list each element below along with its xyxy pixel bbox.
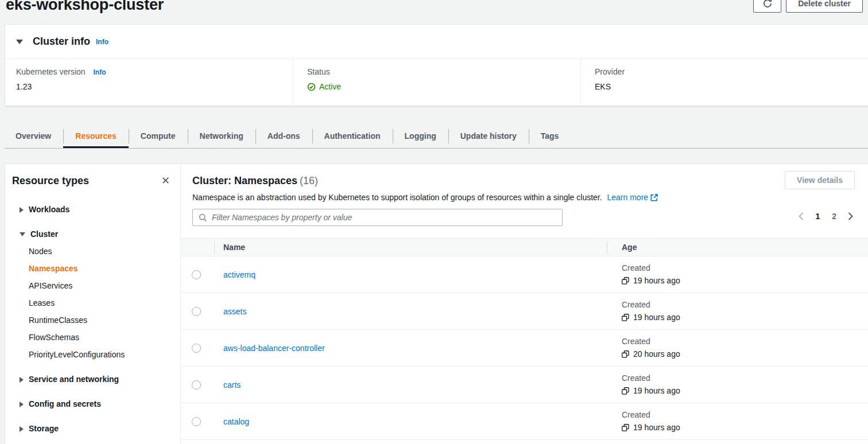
tab-tags[interactable]: Tags [529, 124, 571, 148]
age-value: 20 hours ago [633, 349, 680, 359]
created-label: Created [622, 337, 868, 346]
tab-networking[interactable]: Networking [188, 124, 255, 148]
copy-button[interactable] [622, 350, 629, 358]
view-details-button[interactable]: View details [785, 171, 855, 189]
copy-icon [622, 314, 629, 321]
cluster-info-body: Kubernetes version Info 1.23 Status Acti… [5, 59, 868, 106]
sidebar-group-config-and-secrets[interactable]: Config and secrets [12, 400, 171, 408]
age-value: 19 hours ago [633, 386, 680, 396]
copy-button[interactable] [622, 387, 629, 395]
sidebar-group-storage[interactable]: Storage [12, 424, 171, 433]
age-value: 19 hours ago [633, 276, 680, 286]
delete-cluster-button[interactable]: Delete cluster [786, 0, 863, 13]
pagination: 1 2 [797, 211, 855, 222]
sidebar-item-namespaces[interactable]: Namespaces [12, 264, 171, 273]
provider-field: Provider EKS [580, 59, 868, 106]
status-text: Active [319, 82, 341, 91]
sidebar-item-apiservices[interactable]: APIServices [12, 282, 171, 290]
copy-button[interactable] [622, 277, 629, 285]
close-sidebar-button[interactable] [160, 175, 171, 186]
resource-types-title: Resource types [12, 174, 89, 187]
collapse-caret-icon[interactable] [16, 40, 23, 44]
next-page-button[interactable] [846, 211, 855, 222]
table-header: Name Age [181, 238, 868, 256]
learn-more-link[interactable]: Learn more [607, 193, 658, 202]
namespaces-heading: Cluster: Namespaces(16) [192, 174, 868, 187]
resources-panel: Resource types Workloads Cluster Nodes N… [5, 163, 868, 444]
status-field: Status Active [293, 59, 580, 106]
cluster-info-header: Cluster info Info [5, 25, 868, 59]
tab-add-ons[interactable]: Add-ons [255, 124, 312, 148]
tab-resources[interactable]: Resources [63, 124, 129, 148]
sidebar-item-runtimeclasses[interactable]: RuntimeClasses [12, 316, 171, 325]
kubernetes-version-value: 1.23 [16, 82, 293, 91]
sidebar-item-nodes[interactable]: Nodes [12, 247, 171, 256]
age-value: 19 hours ago [633, 313, 680, 322]
cluster-tabs: Overview Resources Compute Networking Ad… [5, 124, 868, 149]
filter-field [192, 209, 563, 226]
tab-overview[interactable]: Overview [5, 124, 63, 148]
chevron-left-icon [798, 212, 804, 221]
namespace-link[interactable]: carts [223, 380, 241, 390]
sidebar-group-label: Cluster [30, 230, 58, 239]
namespace-link[interactable]: activemq [223, 270, 255, 279]
sidebar-group-label: Service and networking [29, 375, 119, 384]
page-number-2[interactable]: 2 [830, 212, 839, 221]
close-icon [161, 176, 170, 185]
sidebar-item-leases[interactable]: Leases [12, 299, 171, 307]
namespace-link[interactable]: catalog [223, 417, 249, 426]
header-actions: Delete cluster [753, 0, 863, 13]
caret-down-icon [20, 232, 25, 236]
resource-types-sidebar: Resource types Workloads Cluster Nodes N… [5, 164, 181, 444]
tab-compute[interactable]: Compute [129, 124, 188, 148]
namespace-link[interactable]: aws-load-balancer-controller [223, 344, 325, 353]
copy-button[interactable] [622, 424, 629, 431]
namespace-link[interactable]: assets [223, 307, 246, 316]
page-title: eks-workshop-cluster [6, 0, 164, 14]
created-label: Created [622, 373, 868, 383]
sidebar-group-cluster[interactable]: Cluster [12, 230, 171, 239]
resource-types-nav: Workloads Cluster Nodes Namespaces APISe… [12, 205, 171, 433]
tab-authentication[interactable]: Authentication [312, 124, 393, 148]
copy-button[interactable] [622, 314, 629, 321]
sidebar-group-label: Config and secrets [29, 400, 101, 408]
row-radio-button[interactable] [192, 344, 201, 353]
sidebar-group-workloads[interactable]: Workloads [12, 205, 171, 214]
learn-more-label: Learn more [607, 193, 649, 202]
page-number-1[interactable]: 1 [813, 212, 822, 221]
table-row: activemq Created 19 hours ago [181, 256, 868, 293]
tab-update-history[interactable]: Update history [448, 124, 529, 148]
row-radio-button[interactable] [192, 380, 201, 390]
sidebar-group-label: Workloads [29, 205, 69, 214]
created-label: Created [622, 300, 868, 310]
column-header-name[interactable]: Name [214, 243, 607, 252]
sidebar-group-label: Storage [29, 424, 59, 433]
kubernetes-version-label: Kubernetes version [16, 67, 86, 76]
refresh-icon [762, 0, 773, 9]
status-label: Status [307, 67, 580, 76]
kubernetes-version-info-link[interactable]: Info [94, 68, 106, 76]
previous-page-button[interactable] [797, 211, 805, 222]
caret-right-icon [20, 402, 24, 407]
provider-value: EKS [595, 82, 868, 91]
namespaces-heading-text: Cluster: Namespaces [192, 175, 297, 186]
cluster-info-info-link[interactable]: Info [96, 38, 108, 46]
sidebar-item-prioritylevelconfigurations[interactable]: PriorityLevelConfigurations [12, 350, 171, 359]
sidebar-item-flowschemas[interactable]: FlowSchemas [12, 333, 171, 342]
description-text: Namespace is an abstraction used by Kube… [192, 193, 602, 202]
copy-icon [622, 387, 629, 395]
tab-logging[interactable]: Logging [393, 124, 448, 148]
table-row: carts Created 19 hours ago [181, 367, 868, 403]
namespaces-table: Name Age activemq Created 19 hours ago [181, 238, 868, 440]
caret-right-icon [20, 377, 24, 383]
column-header-age[interactable]: Age [607, 243, 868, 252]
row-radio-button[interactable] [192, 307, 201, 316]
refresh-button[interactable] [753, 0, 781, 13]
kubernetes-version-field: Kubernetes version Info 1.23 [5, 59, 293, 106]
row-radio-button[interactable] [192, 417, 201, 426]
sidebar-group-service-and-networking[interactable]: Service and networking [12, 375, 171, 384]
age-value: 19 hours ago [633, 423, 680, 433]
external-link-icon [650, 194, 658, 201]
filter-namespaces-input[interactable] [193, 209, 562, 225]
row-radio-button[interactable] [192, 270, 201, 279]
